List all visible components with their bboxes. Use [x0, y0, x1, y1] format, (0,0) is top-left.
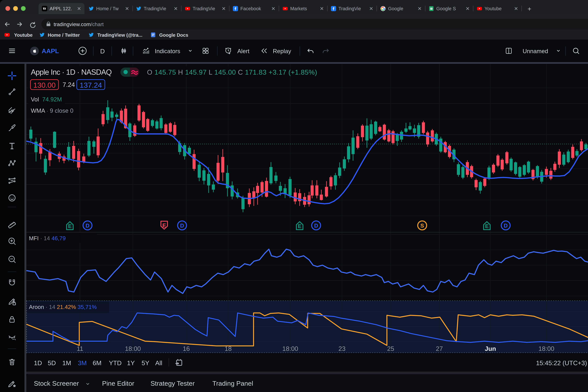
- svg-text:D: D: [504, 222, 508, 229]
- svg-text:D: D: [85, 222, 89, 229]
- svg-text:D: D: [314, 222, 318, 229]
- svg-text:S: S: [420, 222, 424, 229]
- svg-text:E: E: [298, 223, 302, 229]
- svg-text:E: E: [162, 222, 166, 228]
- svg-text:E: E: [68, 223, 72, 229]
- svg-text:E: E: [485, 223, 489, 229]
- svg-text:D: D: [180, 222, 184, 229]
